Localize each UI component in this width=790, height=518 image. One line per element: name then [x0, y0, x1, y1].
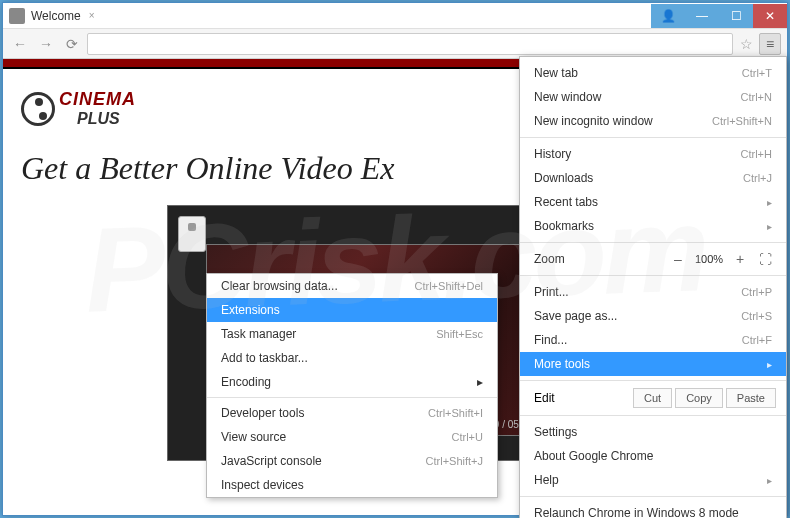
- menu-item[interactable]: More tools▸: [520, 352, 786, 376]
- submenu-item[interactable]: Add to taskbar...: [207, 346, 497, 370]
- zoom-row: Zoom–100%+⛶: [520, 247, 786, 271]
- menu-item[interactable]: Relaunch Chrome in Windows 8 mode: [520, 501, 786, 518]
- forward-button[interactable]: →: [35, 33, 57, 55]
- menu-item[interactable]: Help▸: [520, 468, 786, 492]
- bookmark-star-icon[interactable]: ☆: [737, 36, 755, 52]
- titlebar: Welcome × 👤 — ☐ ✕: [3, 3, 787, 29]
- maximize-button[interactable]: ☐: [719, 4, 753, 28]
- copy-button[interactable]: Copy: [675, 388, 723, 408]
- chrome-main-menu: New tabCtrl+TNew windowCtrl+NNew incogni…: [519, 56, 787, 518]
- reload-button[interactable]: ⟳: [61, 33, 83, 55]
- submenu-item[interactable]: Developer toolsCtrl+Shift+I: [207, 401, 497, 425]
- submenu-item[interactable]: Encoding▸: [207, 370, 497, 394]
- zoom-out-button[interactable]: –: [667, 251, 689, 267]
- window-controls: 👤 — ☐ ✕: [651, 4, 787, 28]
- menu-item[interactable]: DownloadsCtrl+J: [520, 166, 786, 190]
- menu-item[interactable]: New tabCtrl+T: [520, 61, 786, 85]
- tab-title[interactable]: Welcome: [31, 9, 89, 23]
- menu-item[interactable]: New windowCtrl+N: [520, 85, 786, 109]
- chrome-menu-button[interactable]: ≡: [759, 33, 781, 55]
- logo-text-cinema: CINEMA: [59, 89, 136, 110]
- submenu-item[interactable]: Extensions: [207, 298, 497, 322]
- menu-item[interactable]: Settings: [520, 420, 786, 444]
- submenu-item[interactable]: View sourceCtrl+U: [207, 425, 497, 449]
- menu-item[interactable]: Save page as...Ctrl+S: [520, 304, 786, 328]
- more-tools-submenu: Clear browsing data...Ctrl+Shift+DelExte…: [206, 273, 498, 498]
- user-icon[interactable]: 👤: [651, 4, 685, 28]
- minimize-button[interactable]: —: [685, 4, 719, 28]
- edit-row: EditCutCopyPaste: [520, 385, 786, 411]
- menu-item[interactable]: New incognito windowCtrl+Shift+N: [520, 109, 786, 133]
- logo-text-plus: PLUS: [77, 110, 136, 128]
- menu-item[interactable]: Recent tabs▸: [520, 190, 786, 214]
- zoom-value: 100%: [689, 253, 729, 265]
- tab-close-icon[interactable]: ×: [89, 10, 95, 21]
- film-reel-icon: [21, 92, 55, 126]
- back-button[interactable]: ←: [9, 33, 31, 55]
- zoom-in-button[interactable]: +: [729, 251, 751, 267]
- toolbar: ← → ⟳ ☆ ≡: [3, 29, 787, 59]
- light-switch-icon[interactable]: [178, 216, 206, 252]
- tab-favicon: [9, 8, 25, 24]
- submenu-item[interactable]: Clear browsing data...Ctrl+Shift+Del: [207, 274, 497, 298]
- fullscreen-button[interactable]: ⛶: [759, 252, 772, 267]
- address-bar[interactable]: [87, 33, 733, 55]
- paste-button[interactable]: Paste: [726, 388, 776, 408]
- cut-button[interactable]: Cut: [633, 388, 672, 408]
- close-button[interactable]: ✕: [753, 4, 787, 28]
- menu-item[interactable]: HistoryCtrl+H: [520, 142, 786, 166]
- menu-item[interactable]: Find...Ctrl+F: [520, 328, 786, 352]
- submenu-item[interactable]: Task managerShift+Esc: [207, 322, 497, 346]
- submenu-item[interactable]: Inspect devices: [207, 473, 497, 497]
- menu-item[interactable]: Print...Ctrl+P: [520, 280, 786, 304]
- menu-item[interactable]: About Google Chrome: [520, 444, 786, 468]
- menu-item[interactable]: Bookmarks▸: [520, 214, 786, 238]
- submenu-item[interactable]: JavaScript consoleCtrl+Shift+J: [207, 449, 497, 473]
